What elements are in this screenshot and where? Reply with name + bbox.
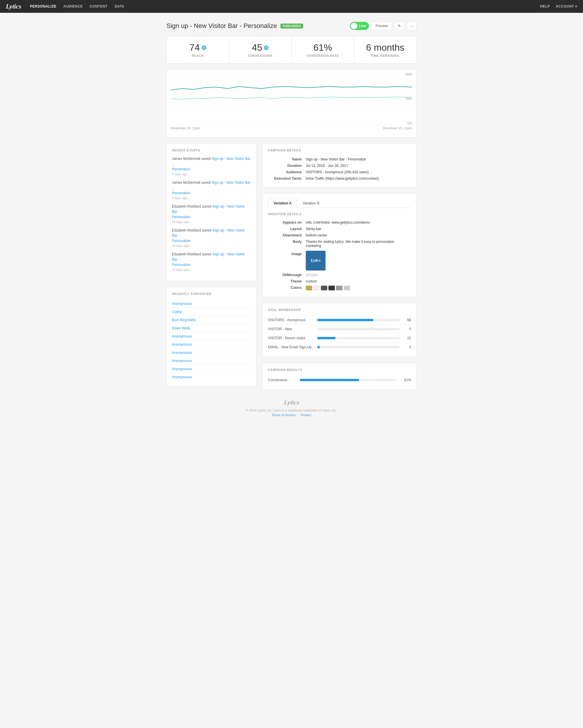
recent-events-panel: RECENT EVENTS James McDermott saved Sign… (166, 143, 257, 281)
stat-reach-label: REACH (172, 54, 223, 57)
stat-time-value: 6 months (360, 42, 411, 53)
main-page: Sign up - New Visitor Bar - Personalize … (161, 13, 422, 440)
detail-label-duration: Duration (268, 164, 306, 168)
footer-logo: Lytics (166, 399, 417, 406)
goal-value-3: 22 (402, 336, 411, 340)
event-text-1: James McDermott saved Sign up - New Visi… (172, 156, 251, 172)
goal-row-2: VISITOR - New 0 (268, 325, 411, 334)
tab-variation-b[interactable]: Variation B (297, 199, 325, 208)
event-action-1: saved (201, 157, 212, 161)
stats-row: 74 i REACH 45 i CONVERSIONS 61% CONVERSI… (166, 36, 417, 63)
event-actor-5: Elizabeth Robillard (172, 252, 201, 256)
detail-value-tactic: Drive Traffic (https://www.getlytics.com… (306, 177, 411, 181)
toggle-dot (351, 23, 357, 29)
converted-link-5[interactable]: Anonymous (172, 334, 192, 338)
footer: Lytics © 2016 Lytics, Inc. Lytics is a r… (166, 390, 417, 422)
navbar-right: HELP ACCOUNT (540, 4, 577, 8)
converted-link-9[interactable]: Anonymous (172, 367, 192, 371)
var-label-colors: Colors (268, 286, 306, 290)
nav-data[interactable]: DATA (115, 4, 124, 8)
nav-audience[interactable]: AUDIENCE (63, 4, 83, 8)
nav-content[interactable]: CONTENT (90, 4, 108, 8)
event-item-2: James McDermott saved Sign up - New Visi… (172, 180, 251, 200)
stat-conversions-label: CONVERSIONS (235, 54, 286, 57)
nav-help[interactable]: HELP (540, 4, 550, 8)
detail-row-duration: Duration Jul 13, 2016 - Jun 30, 2017 (268, 162, 411, 169)
published-badge: Published (280, 24, 303, 29)
nav-personalize[interactable]: PERSONALIZE (30, 4, 56, 8)
converted-link-10[interactable]: Anonymous (172, 375, 192, 379)
stat-rate-label: CONVERSION RATE (298, 54, 348, 57)
color-swatch-3 (321, 286, 327, 290)
list-item: Anonymous (172, 373, 251, 381)
terms-link[interactable]: Terms of Service (272, 413, 296, 417)
event-text-2: James McDermott saved Sign up - New Visi… (172, 180, 251, 196)
var-row-colors: Colors (268, 285, 411, 291)
toggle-label: Live (359, 24, 366, 28)
goal-bar-1 (317, 319, 373, 321)
detail-label-tactic: Execution Tactic (268, 177, 306, 181)
stat-time-label: TIME REMAINING (360, 54, 411, 57)
stat-rate-value: 61% (298, 42, 348, 53)
var-value-okmessage: (Empty) (306, 273, 411, 277)
header-actions: Live Preview ✎ ··· (350, 22, 417, 30)
event-text-5: Elizabeth Robillard saved Sign up - New … (172, 252, 251, 267)
recent-events-title: RECENT EVENTS (172, 149, 251, 152)
event-item-4: Elizabeth Robillard saved Sign up - New … (172, 228, 251, 248)
edit-button[interactable]: ✎ (394, 22, 405, 30)
color-swatch-6 (343, 286, 350, 290)
live-toggle[interactable]: Live (350, 22, 369, 30)
navbar: Lytics PERSONALIZE AUDIENCE CONTENT DATA… (0, 0, 583, 13)
detail-row-tactic: Execution Tactic Drive Traffic (https://… (268, 175, 411, 182)
goal-row-4: EMAIL - New Email Sign-Up 3 (268, 343, 411, 352)
stat-conversions-value: 45 i (235, 42, 286, 53)
event-action-2: saved (201, 181, 212, 185)
preview-button[interactable]: Preview (371, 22, 392, 30)
reach-info-icon[interactable]: i (202, 46, 206, 50)
converted-link-2[interactable]: Cathy (172, 310, 182, 314)
nav-account[interactable]: ACCOUNT (556, 4, 577, 8)
converted-link-1[interactable]: Anonymous (172, 302, 192, 306)
footer-copy: © 2016 Lytics, Inc. Lytics is a register… (166, 409, 417, 412)
privacy-link[interactable]: Privacy (301, 413, 311, 417)
color-swatch-1 (306, 286, 312, 290)
more-button[interactable]: ··· (407, 22, 417, 30)
variation-panel: Variation A Variation B VARIATION DETAIL… (262, 193, 417, 297)
event-action-5: saved (202, 252, 212, 256)
var-value-attachment: bottom-center (306, 233, 411, 237)
goal-bar-container-1 (317, 319, 399, 321)
converted-link-3[interactable]: Burt Reynolds (172, 318, 196, 322)
page-header: Sign up - New Visitor Bar - Personalize … (166, 22, 417, 30)
list-item: Anonymous (172, 340, 251, 348)
goal-value-4: 3 (402, 345, 411, 349)
detail-value-name: Sign up - New Visitor Bar - Personalize (306, 157, 411, 161)
recently-converted-title: RECENTLY CONVERTED (172, 292, 251, 295)
var-row-body: Body Thanks for visiting Lytics. We make… (268, 238, 411, 249)
converted-link-4[interactable]: Dave Weis (172, 326, 190, 330)
event-time-3: 24 days ago (172, 220, 251, 224)
goal-membership-title: GOAL MEMBERSHIP (268, 308, 411, 312)
chart-end-date: December 15, 12pm (383, 126, 412, 130)
variation-details-title: VARIATION DETAILS (268, 213, 411, 216)
stat-reach-value: 74 i (172, 42, 223, 53)
conversions-info-icon[interactable]: i (264, 46, 269, 50)
converted-link-6[interactable]: Anonymous (172, 342, 192, 346)
converted-link-8[interactable]: Anonymous (172, 359, 192, 363)
color-swatch-2 (313, 286, 320, 290)
list-item: Anonymous (172, 348, 251, 357)
goal-bar-3 (317, 337, 335, 339)
converted-link-7[interactable]: Anonymous (172, 350, 192, 355)
event-actor-3: Elizabeth Robillard (172, 204, 201, 208)
recently-converted-panel: RECENTLY CONVERTED Anonymous Cathy Burt … (166, 287, 257, 386)
var-label-okmessage: OkMessage (268, 273, 306, 277)
chart-svg (171, 73, 412, 125)
event-time-2: 5 days ago (172, 196, 251, 200)
goal-membership-panel: GOAL MEMBERSHIP VISITORS - Anonymous 68 … (262, 303, 417, 357)
tab-variation-a[interactable]: Variation A (268, 199, 297, 208)
var-value-theme: custom (306, 279, 411, 283)
var-row-theme: Theme custom (268, 278, 411, 285)
detail-label-audience: Audience (268, 170, 306, 174)
event-action-4: saved (202, 228, 212, 232)
event-actor-1: James McDermott (172, 157, 200, 161)
detail-label-name: Name (268, 157, 306, 161)
